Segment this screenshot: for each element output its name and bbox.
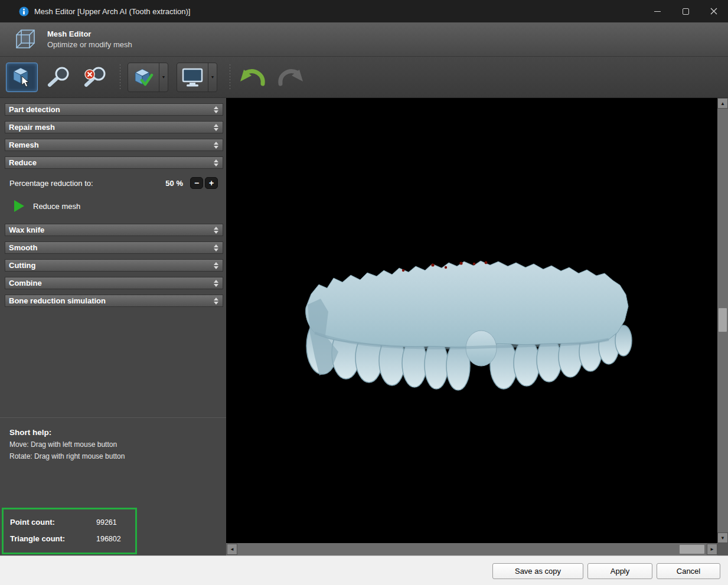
magnifier-remove-icon bbox=[83, 67, 107, 88]
redo-arrow-icon bbox=[276, 67, 305, 88]
section-spinner-icon bbox=[214, 227, 220, 234]
mesh-counts-highlight: Point count: 99261 Triangle count: 19680… bbox=[2, 508, 137, 554]
save-as-copy-button[interactable]: Save as copy bbox=[492, 563, 583, 579]
section-repair-mesh[interactable]: Repair mesh bbox=[5, 121, 223, 133]
section-label: Remesh bbox=[9, 140, 39, 149]
section-label: Smooth bbox=[9, 243, 37, 252]
select-tool-button[interactable] bbox=[6, 63, 38, 92]
cancel-button[interactable]: Cancel bbox=[657, 563, 720, 579]
dropdown-arrow-icon: ▼ bbox=[211, 75, 215, 79]
dialog-footer: Save as copy Apply Cancel bbox=[0, 555, 728, 585]
section-remesh[interactable]: Remesh bbox=[5, 139, 223, 151]
mesh-editor-window: Mesh Editor [Upper Arch AI (Tooth extrac… bbox=[0, 0, 728, 585]
magnifier-icon bbox=[47, 67, 70, 88]
help-move-line: Move: Drag with left mouse button bbox=[9, 440, 226, 449]
redo-button[interactable] bbox=[275, 64, 306, 90]
maximize-button[interactable] bbox=[671, 0, 700, 22]
section-label: Part detection bbox=[9, 105, 60, 114]
3d-viewport[interactable]: ▲ ▼ ◄ ► bbox=[226, 98, 728, 555]
maximize-icon bbox=[683, 8, 689, 15]
section-spinner-icon bbox=[214, 106, 220, 113]
select-cube-cursor-icon bbox=[9, 65, 34, 90]
vertical-scroll-thumb[interactable] bbox=[718, 308, 727, 332]
scroll-up-icon: ▲ bbox=[720, 101, 725, 106]
point-count-label: Point count: bbox=[10, 518, 96, 527]
minimize-button[interactable] bbox=[643, 0, 671, 22]
apply-button[interactable]: Apply bbox=[587, 563, 652, 579]
section-spinner-icon bbox=[214, 298, 220, 305]
monitor-icon bbox=[181, 67, 204, 87]
section-smooth[interactable]: Smooth bbox=[5, 241, 223, 254]
confirm-mesh-dropdown[interactable]: ▼ bbox=[159, 63, 168, 91]
increase-percentage-button[interactable]: + bbox=[205, 177, 218, 189]
vertical-scrollbar[interactable]: ▲ ▼ bbox=[717, 98, 728, 543]
close-icon bbox=[710, 8, 717, 15]
reduce-panel: Percentage reduction to: 50 % − + Reduce… bbox=[0, 177, 226, 214]
section-label: Wax knife bbox=[9, 225, 44, 234]
horizontal-scroll-thumb[interactable] bbox=[679, 544, 705, 554]
toolbar-separator bbox=[229, 64, 230, 90]
decrease-percentage-button[interactable]: − bbox=[190, 177, 203, 189]
triangle-count-label: Triangle count: bbox=[10, 534, 96, 543]
section-part-detection[interactable]: Part detection bbox=[5, 103, 223, 116]
section-label: Bone reduction simulation bbox=[9, 296, 106, 305]
scroll-left-button[interactable]: ◄ bbox=[227, 544, 237, 555]
scroll-left-icon: ◄ bbox=[230, 547, 234, 552]
confirm-mesh-button[interactable] bbox=[128, 63, 159, 91]
section-spinner-icon bbox=[214, 244, 220, 251]
header-subtitle: Optimize or modify mesh bbox=[47, 40, 132, 49]
section-label: Repair mesh bbox=[9, 123, 55, 132]
triangle-count-row: Triangle count: 196802 bbox=[10, 534, 130, 543]
tools-sidebar: Part detection Repair mesh Remesh Reduce… bbox=[0, 98, 226, 555]
scroll-right-button[interactable]: ► bbox=[707, 544, 717, 555]
scroll-right-icon: ► bbox=[710, 547, 714, 552]
display-mode-dropdown[interactable]: ▼ bbox=[208, 63, 217, 91]
section-label: Cutting bbox=[9, 261, 35, 270]
horizontal-scrollbar[interactable]: ◄ ► bbox=[226, 543, 717, 555]
minimize-icon bbox=[654, 11, 661, 12]
undo-button[interactable] bbox=[237, 64, 268, 90]
section-spinner-icon bbox=[214, 142, 220, 149]
window-title: Mesh Editor [Upper Arch AI (Tooth extrac… bbox=[34, 7, 190, 16]
scroll-up-button[interactable]: ▲ bbox=[717, 98, 728, 109]
section-combine[interactable]: Combine bbox=[5, 277, 223, 289]
app-icon bbox=[19, 6, 29, 17]
reduce-mesh-label: Reduce mesh bbox=[33, 202, 80, 211]
display-mode-button[interactable] bbox=[177, 63, 208, 91]
section-spinner-icon bbox=[214, 159, 220, 166]
scroll-down-button[interactable]: ▼ bbox=[717, 532, 728, 543]
reduce-mesh-action[interactable]: Reduce mesh bbox=[14, 198, 226, 214]
point-count-value: 99261 bbox=[96, 518, 117, 527]
titlebar: Mesh Editor [Upper Arch AI (Tooth extrac… bbox=[0, 0, 728, 22]
header-title: Mesh Editor bbox=[47, 30, 132, 38]
section-label: Combine bbox=[9, 279, 42, 287]
section-reduce[interactable]: Reduce bbox=[5, 156, 223, 169]
zoom-remove-tool-button[interactable] bbox=[79, 63, 111, 92]
section-label: Reduce bbox=[9, 158, 37, 167]
section-bone-reduction-simulation[interactable]: Bone reduction simulation bbox=[5, 295, 223, 307]
point-count-row: Point count: 99261 bbox=[10, 518, 130, 527]
short-help-title: Short help: bbox=[9, 428, 226, 437]
section-wax-knife[interactable]: Wax knife bbox=[5, 224, 223, 236]
scroll-down-icon: ▼ bbox=[720, 535, 725, 541]
zoom-tool-button[interactable] bbox=[43, 63, 74, 92]
short-help: Short help: Move: Drag with left mouse b… bbox=[0, 417, 226, 460]
toolbar-separator bbox=[119, 64, 120, 90]
play-icon bbox=[14, 200, 24, 212]
triangle-count-value: 196802 bbox=[96, 535, 121, 543]
toolbar: ▼ ▼ bbox=[0, 57, 728, 98]
percentage-reduction-label: Percentage reduction to: bbox=[9, 179, 93, 188]
mesh-cube-icon bbox=[12, 27, 37, 53]
dropdown-arrow-icon: ▼ bbox=[162, 75, 166, 79]
close-button[interactable] bbox=[700, 0, 728, 22]
section-spinner-icon bbox=[214, 124, 220, 131]
scrollbar-corner bbox=[717, 543, 728, 555]
dental-mesh-model[interactable] bbox=[226, 98, 703, 531]
display-mode-tool: ▼ bbox=[177, 63, 217, 92]
section-spinner-icon bbox=[214, 280, 220, 287]
confirm-mesh-tool: ▼ bbox=[128, 63, 168, 92]
section-spinner-icon bbox=[214, 262, 220, 269]
undo-arrow-icon bbox=[239, 67, 267, 88]
cube-check-icon bbox=[132, 66, 155, 89]
section-cutting[interactable]: Cutting bbox=[5, 259, 223, 272]
